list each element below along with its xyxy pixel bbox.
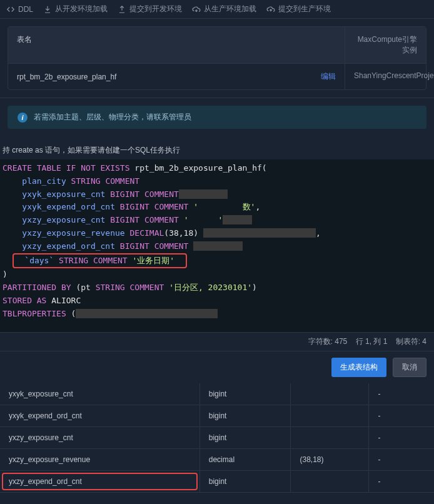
field-default: - — [369, 449, 434, 471]
table-row: yxzy_exposure_cntbigint- — [0, 427, 434, 449]
action-bar: 生成表结构 取消 — [0, 351, 434, 383]
field-type: bigint — [199, 427, 291, 449]
field-type: bigint — [199, 405, 291, 427]
ddl-label: DDL — [18, 5, 33, 14]
field-size — [291, 471, 369, 493]
field-default: - — [369, 383, 434, 405]
engine-value: ShanYingCrescentProje — [345, 64, 426, 89]
table-name-header: 表名 — [8, 27, 345, 63]
field-name: yxyk_expend_ord_cnt — [0, 405, 199, 427]
generate-button[interactable]: 生成表结构 — [331, 358, 386, 377]
info-box: i 若需添加主题、层级、物理分类，请联系管理员 — [8, 106, 426, 129]
load-prod-button[interactable]: 从生产环境加载 — [192, 4, 256, 14]
upload-icon — [118, 5, 126, 14]
load-prod-label: 从生产环境加载 — [204, 4, 256, 14]
chars-value: 475 — [335, 337, 347, 346]
submit-dev-label: 提交到开发环境 — [129, 4, 182, 14]
chars-label: 字符数: — [308, 337, 333, 346]
tabs: 制表符: 4 — [396, 337, 426, 346]
table-row: yxyk_exposure_cntbigint- — [0, 383, 434, 405]
field-type: decimal — [199, 449, 291, 471]
toolbar: DDL 从开发环境加载 提交到开发环境 从生产环境加载 提交到生产环境 — [0, 0, 434, 19]
highlighted-field: `days` STRING COMMENT '业务日期' — [13, 253, 187, 269]
field-type: bigint — [199, 383, 291, 405]
table-row: yxzy_exposure_revenuedecimal(38,18)- — [0, 449, 434, 471]
line-col: 行 1, 列 1 — [356, 337, 388, 346]
table-meta-row: rpt_bm_2b_exposure_plan_hf 编辑 ShanYingCr… — [8, 64, 426, 89]
keyword: CREATE TABLE IF NOT EXISTS — [3, 163, 130, 173]
submit-prod-label: 提交到生产环境 — [278, 4, 331, 14]
field-size: (38,18) — [291, 449, 369, 471]
field-default: - — [369, 471, 434, 493]
cloud-upload-icon — [266, 5, 275, 14]
field-name: yxzy_expend_ord_cnt — [0, 471, 199, 493]
sql-editor[interactable]: CREATE TABLE IF NOT EXISTS rpt_bm_2b_exp… — [0, 159, 434, 332]
field-size — [291, 383, 369, 405]
status-bar: 字符数: 475 行 1, 列 1 制表符: 4 — [0, 332, 434, 351]
info-text: 若需添加主题、层级、物理分类，请联系管理员 — [34, 112, 191, 123]
field-default: - — [369, 427, 434, 449]
table-row: yxyk_expend_ord_cntbigint- — [0, 405, 434, 427]
table-meta-section: 表名 MaxCompute引擎实例 rpt_bm_2b_exposure_pla… — [0, 19, 434, 98]
table-name-value: rpt_bm_2b_exposure_plan_hf — [17, 73, 116, 81]
field-default: - — [369, 405, 434, 427]
field-type: bigint — [199, 471, 291, 493]
ddl-button[interactable]: DDL — [6, 4, 33, 14]
hint-bar: 持 create as 语句，如果需要请创建一个SQL任务执行 — [0, 141, 434, 159]
schema-table: yxyk_exposure_cntbigint- yxyk_expend_ord… — [0, 383, 434, 493]
field-size — [291, 405, 369, 427]
cancel-button[interactable]: 取消 — [393, 358, 426, 377]
edit-link[interactable]: 编辑 — [321, 71, 336, 82]
load-dev-button[interactable]: 从开发环境加载 — [43, 4, 108, 14]
submit-prod-button[interactable]: 提交到生产环境 — [266, 4, 331, 14]
angle-brackets-icon — [6, 5, 15, 14]
download-icon — [43, 5, 52, 14]
field-name: yxzy_exposure_revenue — [0, 449, 199, 471]
submit-dev-button[interactable]: 提交到开发环境 — [118, 4, 182, 14]
field-name: yxzy_exposure_cnt — [0, 427, 199, 449]
engine-header: MaxCompute引擎实例 — [345, 27, 426, 63]
highlighted-row: yxzy_expend_ord_cntbigint- — [0, 471, 434, 493]
field-name: yxyk_exposure_cnt — [0, 383, 199, 405]
cloud-download-icon — [192, 5, 201, 14]
field-size — [291, 427, 369, 449]
info-icon: i — [18, 113, 28, 123]
load-dev-label: 从开发环境加载 — [55, 4, 108, 14]
